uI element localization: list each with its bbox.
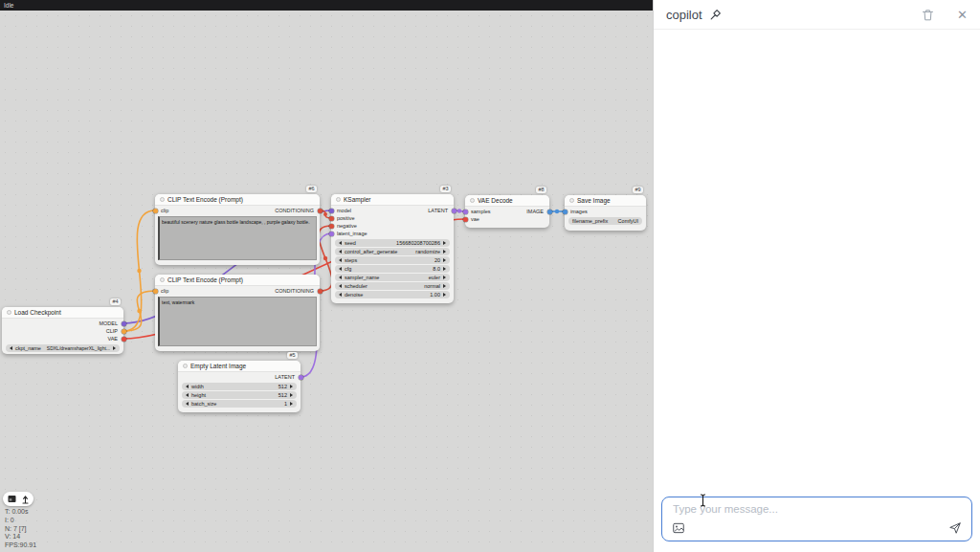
widget-name: sampler_name xyxy=(345,275,379,280)
perf-stats: T: 0.00s I: 0 N: 7 [7] V: 14 FPS:90.91 xyxy=(5,508,36,550)
node-graph-canvas[interactable]: #6 CLIP Text Encode (Prompt) clip CONDIT… xyxy=(0,11,653,552)
input-slot-latent-image[interactable] xyxy=(329,232,334,236)
node-load-checkpoint[interactable]: #4 Load Checkpoint MODEL CLIP VAE xyxy=(2,307,123,354)
chat-message-input[interactable] xyxy=(673,503,950,515)
node-header[interactable]: KSampler xyxy=(331,194,454,206)
decrement-arrow-icon[interactable] xyxy=(186,385,189,388)
node-clip-text-encode-negative[interactable]: CLIP Text Encode (Prompt) clip CONDITION… xyxy=(155,275,320,351)
wire-dot xyxy=(457,209,461,212)
node-header[interactable]: CLIP Text Encode (Prompt) xyxy=(155,194,320,206)
input-slot-images[interactable] xyxy=(563,210,568,214)
widget-steps[interactable]: steps 20 xyxy=(335,256,450,264)
collapse-toggle-icon[interactable] xyxy=(160,277,165,282)
collapse-toggle-icon[interactable] xyxy=(160,197,165,202)
attach-image-icon[interactable] xyxy=(672,521,685,535)
wire-dot xyxy=(323,212,327,216)
increment-arrow-icon[interactable] xyxy=(443,250,446,254)
hammer-icon xyxy=(709,9,722,21)
increment-arrow-icon[interactable] xyxy=(443,241,446,245)
input-slot-positive[interactable] xyxy=(329,216,334,221)
output-slot-latent[interactable] xyxy=(452,209,457,213)
send-icon[interactable] xyxy=(948,521,962,535)
widget-control-after-generate[interactable]: control_after_generate randomize xyxy=(335,248,450,255)
input-slot-clip[interactable] xyxy=(153,209,158,213)
decrement-arrow-icon[interactable] xyxy=(10,346,12,350)
decrement-arrow-icon[interactable] xyxy=(339,241,342,245)
widget-height[interactable]: height 512 xyxy=(182,391,297,399)
prompt-textarea[interactable]: text, watermark xyxy=(158,297,317,346)
slot-row: MODEL xyxy=(2,320,123,327)
output-slot-latent[interactable] xyxy=(299,375,303,380)
graph-icon[interactable] xyxy=(21,495,30,504)
wire-dot xyxy=(323,256,327,260)
slot-row: negative xyxy=(331,222,454,230)
node-save-image[interactable]: #9 Save Image images filename_prefix Com… xyxy=(565,195,646,231)
widget-value: 156680208700286 xyxy=(396,240,440,246)
decrement-arrow-icon[interactable] xyxy=(339,250,342,254)
decrement-arrow-icon[interactable] xyxy=(339,258,342,262)
decrement-arrow-icon[interactable] xyxy=(186,393,189,397)
wire-dot xyxy=(555,210,559,213)
increment-arrow-icon[interactable] xyxy=(443,293,446,297)
widget-batch-size[interactable]: batch_size 1 xyxy=(182,400,297,408)
widget-scheduler[interactable]: scheduler normal xyxy=(335,282,450,290)
collapse-toggle-icon[interactable] xyxy=(470,198,475,203)
input-slot-model[interactable] xyxy=(329,209,334,213)
minimap-icon[interactable] xyxy=(8,495,16,503)
collapse-toggle-icon[interactable] xyxy=(7,310,11,315)
widget-filename-prefix[interactable]: filename_prefix ComfyUI xyxy=(568,217,642,225)
chat-input-box[interactable] xyxy=(661,497,972,541)
widget-width[interactable]: width 512 xyxy=(182,383,297,390)
output-slot-conditioning[interactable] xyxy=(318,289,323,294)
node-header[interactable]: CLIP Text Encode (Prompt) xyxy=(155,275,320,286)
clear-chat-button[interactable] xyxy=(921,8,935,22)
node-ksampler[interactable]: #3 KSampler model LATENT positive xyxy=(331,194,454,303)
widget-ckpt-name[interactable]: ckpt_name SDXL/dreamshaperXL_light... xyxy=(6,344,120,352)
node-empty-latent-image[interactable]: #5 Empty Latent Image LATENT width 512 h… xyxy=(178,361,301,412)
input-slot-negative[interactable] xyxy=(329,224,334,229)
increment-arrow-icon[interactable] xyxy=(443,284,446,288)
decrement-arrow-icon[interactable] xyxy=(339,276,342,279)
prompt-textarea[interactable]: beautiful scenery nature glass bottle la… xyxy=(158,216,317,260)
node-clip-text-encode-positive[interactable]: #6 CLIP Text Encode (Prompt) clip CONDIT… xyxy=(155,194,320,265)
increment-arrow-icon[interactable] xyxy=(443,276,446,279)
close-button[interactable]: ✕ xyxy=(957,8,968,22)
stat-fps: FPS:90.91 xyxy=(5,541,36,550)
widget-seed[interactable]: seed 156680208700286 xyxy=(335,239,450,247)
decrement-arrow-icon[interactable] xyxy=(186,402,189,406)
output-slot-vae[interactable] xyxy=(122,337,126,342)
output-slot-clip[interactable] xyxy=(122,329,126,334)
input-slot-clip[interactable] xyxy=(153,289,158,294)
node-header[interactable]: Load Checkpoint xyxy=(2,307,123,319)
input-slot-vae[interactable] xyxy=(463,217,468,222)
input-slot-samples[interactable] xyxy=(463,210,468,214)
node-badge: #6 xyxy=(306,186,317,192)
increment-arrow-icon[interactable] xyxy=(290,393,293,397)
widget-name: denoise xyxy=(345,292,363,298)
stat-node-count: N: 7 [7] xyxy=(5,525,36,534)
increment-arrow-icon[interactable] xyxy=(113,346,116,350)
collapse-toggle-icon[interactable] xyxy=(336,197,341,202)
increment-arrow-icon[interactable] xyxy=(443,267,446,271)
output-slot-image[interactable] xyxy=(547,210,552,214)
node-header[interactable]: Empty Latent Image xyxy=(178,361,301,372)
increment-arrow-icon[interactable] xyxy=(290,385,293,388)
wire-clip-negative xyxy=(123,291,155,331)
increment-arrow-icon[interactable] xyxy=(443,258,446,262)
collapse-toggle-icon[interactable] xyxy=(569,198,574,203)
widget-denoise[interactable]: denoise 1.00 xyxy=(335,291,450,298)
widget-sampler-name[interactable]: sampler_name euler xyxy=(335,274,450,281)
widget-cfg[interactable]: cfg 8.0 xyxy=(335,265,450,273)
stat-time: T: 0.00s xyxy=(5,508,36,517)
node-header[interactable]: VAE Decode xyxy=(465,195,549,207)
output-slot-conditioning[interactable] xyxy=(318,209,323,213)
node-header[interactable]: Save Image xyxy=(565,195,646,207)
decrement-arrow-icon[interactable] xyxy=(339,284,342,288)
node-badge: #9 xyxy=(633,187,643,193)
decrement-arrow-icon[interactable] xyxy=(339,293,342,297)
decrement-arrow-icon[interactable] xyxy=(339,267,342,271)
increment-arrow-icon[interactable] xyxy=(290,402,293,406)
output-slot-model[interactable] xyxy=(122,321,126,326)
node-vae-decode[interactable]: #8 VAE Decode samples IMAGE vae xyxy=(465,195,549,228)
collapse-toggle-icon[interactable] xyxy=(183,364,188,368)
